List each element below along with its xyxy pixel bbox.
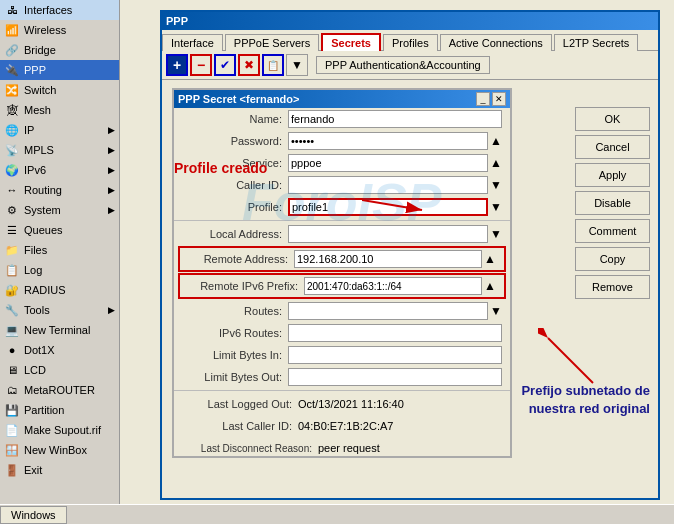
sidebar-item-mpls[interactable]: 📡 MPLS ▶ [0,140,119,160]
sidebar-item-new-winbox[interactable]: 🪟 New WinBox [0,440,119,460]
sidebar-label: Switch [24,84,56,96]
ip-icon: 🌐 [4,122,20,138]
check-button[interactable]: ✔ [214,54,236,76]
tab-profiles[interactable]: Profiles [383,34,438,51]
sidebar-item-ipv6[interactable]: 🌍 IPv6 ▶ [0,160,119,180]
ok-button[interactable]: OK [575,107,650,131]
cancel-button[interactable]: Cancel [575,135,650,159]
metarouter-icon: 🗂 [4,382,20,398]
svg-line-3 [548,338,593,383]
sidebar-label: Mesh [24,104,51,116]
lcd-icon: 🖥 [4,362,20,378]
action-buttons: OK Cancel Apply Disable Comment Copy Rem… [575,107,650,299]
sidebar-item-tools[interactable]: 🔧 Tools ▶ [0,300,119,320]
limit-bytes-out-input[interactable] [288,368,502,386]
limit-in-label: Limit Bytes In: [182,349,282,361]
remote-ipv6-input[interactable] [304,277,482,295]
sidebar-item-exit[interactable]: 🚪 Exit [0,460,119,480]
sidebar-label: New Terminal [24,324,90,336]
sidebar-item-files[interactable]: 📁 Files [0,240,119,260]
sidebar: 🖧 Interfaces 📶 Wireless 🔗 Bridge 🔌 PPP 🔀… [0,0,120,524]
winbox-icon: 🪟 [4,442,20,458]
taskbar-windows-button[interactable]: Windows [0,506,67,524]
remove-button[interactable]: − [190,54,212,76]
exit-icon: 🚪 [4,462,20,478]
password-input[interactable] [288,132,488,150]
local-address-input[interactable] [288,225,488,243]
sidebar-item-mesh[interactable]: 🕸 Mesh [0,100,119,120]
callerid-input[interactable] [288,176,488,194]
add-button[interactable]: + [166,54,188,76]
system-icon: ⚙ [4,202,20,218]
tab-active-connections[interactable]: Active Connections [440,34,552,51]
partition-icon: 💾 [4,402,20,418]
sidebar-item-bridge[interactable]: 🔗 Bridge [0,40,119,60]
sidebar-label: Make Supout.rif [24,424,101,436]
main-area: PPP Interface PPPoE Servers Secrets Prof… [120,0,674,524]
sidebar-item-partition[interactable]: 💾 Partition [0,400,119,420]
sidebar-item-queues[interactable]: ☰ Queues [0,220,119,240]
sidebar-label: Partition [24,404,64,416]
sidebar-item-interfaces[interactable]: 🖧 Interfaces [0,0,119,20]
sidebar-item-switch[interactable]: 🔀 Switch [0,80,119,100]
password-arrow: ▲ [490,134,502,148]
ipv6-icon: 🌍 [4,162,20,178]
sidebar-item-dot1x[interactable]: ● Dot1X [0,340,119,360]
comment-button[interactable]: Comment [575,219,650,243]
secret-titlebar: PPP Secret <fernando> _ ✕ [174,90,510,108]
local-addr-label: Local Address: [182,228,282,240]
copy-button-action[interactable]: Copy [575,247,650,271]
minimize-button[interactable]: _ [476,92,490,106]
ppp-title: PPP [166,15,188,27]
ipv6-arrow: ▶ [108,165,115,175]
ppp-auth-button[interactable]: PPP Authentication&Accounting [316,56,490,74]
routes-input[interactable] [288,302,488,320]
callerid-arrow: ▼ [490,178,502,192]
filter-button[interactable]: ▼ [286,54,308,76]
switch-icon: 🔀 [4,82,20,98]
form-row-local-address: Local Address: ▼ [174,223,510,245]
interfaces-icon: 🖧 [4,2,20,18]
tab-interface[interactable]: Interface [162,34,223,51]
tab-pppoe-servers[interactable]: PPPoE Servers [225,34,319,51]
sidebar-item-wireless[interactable]: 📶 Wireless [0,20,119,40]
tools-icon: 🔧 [4,302,20,318]
remote-address-input[interactable] [294,250,482,268]
remote-ipv6-label: Remote IPv6 Prefix: [188,280,298,292]
name-input[interactable] [288,110,502,128]
remove-button-action[interactable]: Remove [575,275,650,299]
form-row-service: Service: ▲ [174,152,510,174]
disable-button[interactable]: Disable [575,191,650,215]
system-arrow: ▶ [108,205,115,215]
close-button[interactable]: ✕ [492,92,506,106]
sidebar-item-routing[interactable]: ↔ Routing ▶ [0,180,119,200]
tab-secrets[interactable]: Secrets [321,33,381,51]
sidebar-item-system[interactable]: ⚙ System ▶ [0,200,119,220]
form-row-name: Name: [174,108,510,130]
ipv6-routes-input[interactable] [288,324,502,342]
sidebar-item-make-supout[interactable]: 📄 Make Supout.rif [0,420,119,440]
limit-bytes-in-input[interactable] [288,346,502,364]
sidebar-label: IPv6 [24,164,46,176]
last-caller-id-label: Last Caller ID: [182,420,292,432]
queues-icon: ☰ [4,222,20,238]
x-button[interactable]: ✖ [238,54,260,76]
wireless-icon: 📶 [4,22,20,38]
form-row-remote-ipv6: Remote IPv6 Prefix: ▲ [180,275,504,297]
sidebar-item-radius[interactable]: 🔐 RADIUS [0,280,119,300]
sidebar-item-metarouter[interactable]: 🗂 MetaROUTER [0,380,119,400]
sidebar-item-ip[interactable]: 🌐 IP ▶ [0,120,119,140]
sidebar-item-log[interactable]: 📋 Log [0,260,119,280]
sidebar-item-new-terminal[interactable]: 💻 New Terminal [0,320,119,340]
supout-icon: 📄 [4,422,20,438]
sidebar-item-ppp[interactable]: 🔌 PPP [0,60,119,80]
apply-button[interactable]: Apply [575,163,650,187]
ppp-window: PPP Interface PPPoE Servers Secrets Prof… [160,10,660,500]
sidebar-item-lcd[interactable]: 🖥 LCD [0,360,119,380]
copy-button[interactable]: 📋 [262,54,284,76]
service-input[interactable] [288,154,488,172]
sidebar-label: Bridge [24,44,56,56]
tab-l2tp-secrets[interactable]: L2TP Secrets [554,34,638,51]
profile-input[interactable] [288,198,488,216]
last-disconnect-value: peer request [318,442,380,454]
